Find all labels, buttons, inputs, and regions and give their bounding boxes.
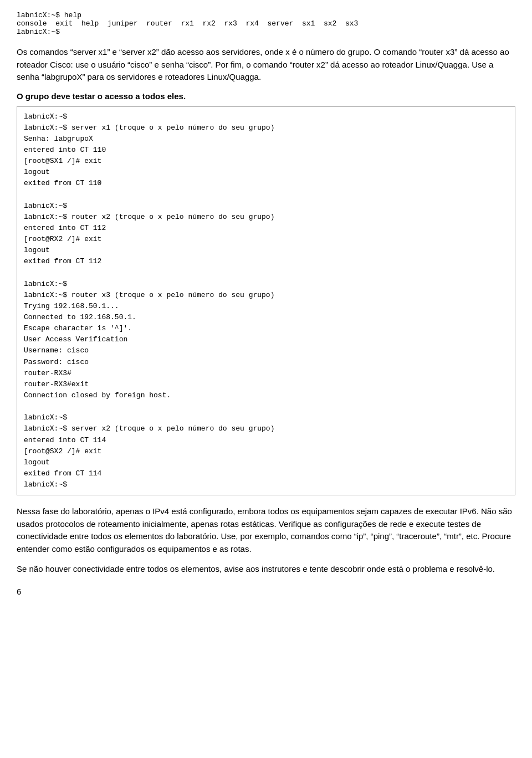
terminal-line-29: entered into CT 114: [24, 435, 508, 446]
terminal-line-9: labnicX:~$ router x2 (troque o x pelo nú…: [24, 212, 508, 223]
top-terminal-block: labnicX:~$ help console exit help junipe…: [17, 11, 515, 36]
terminal-line-16: labnicX:~$ router x3 (troque o x pelo nú…: [24, 290, 508, 301]
terminal-line-1: labnicX:~$ server x1 (troque o x pelo nú…: [24, 122, 508, 134]
terminal-line-25: Connection closed by foreign host.: [24, 390, 508, 401]
paragraph-2: Nessa fase do laboratório, apenas o IPv4…: [17, 505, 515, 555]
section-heading-1: O grupo deve testar o acesso a todos ele…: [17, 91, 515, 101]
paragraph-1: Os comandos “server x1” e “server x2” dã…: [17, 46, 515, 84]
terminal-line-6: exited from CT 110: [24, 178, 508, 189]
terminal-line-21: Username: cisco: [24, 345, 508, 356]
terminal-line-30: [root@SX2 /]# exit: [24, 446, 508, 457]
terminal-line-31: logout: [24, 457, 508, 468]
paragraph-3: Se não houver conectividade entre todos …: [17, 563, 515, 576]
terminal-line-17: Trying 192.168.50.1...: [24, 301, 508, 312]
terminal-line-27: labnicX:~$: [24, 412, 508, 423]
terminal-line-28: labnicX:~$ server x2 (troque o x pelo nú…: [24, 423, 508, 434]
terminal-line-13: exited from CT 112: [24, 256, 508, 267]
page-number: 6: [17, 587, 515, 596]
main-terminal-block: labnicX:~$labnicX:~$ server x1 (troque o…: [17, 106, 515, 496]
terminal-line-7: [24, 189, 508, 200]
terminal-line-20: User Access Verification: [24, 334, 508, 345]
terminal-line-19: Escape character is '^]'.: [24, 323, 508, 334]
terminal-line-11: [root@RX2 /]# exit: [24, 234, 508, 245]
terminal-line-26: [24, 401, 508, 412]
top-terminal-line-2: console exit help juniper router rx1 rx2…: [17, 19, 515, 28]
terminal-line-8: labnicX:~$: [24, 201, 508, 212]
terminal-line-14: [24, 267, 508, 278]
terminal-line-32: exited from CT 114: [24, 468, 508, 479]
terminal-line-0: labnicX:~$: [24, 111, 508, 122]
terminal-line-18: Connected to 192.168.50.1.: [24, 312, 508, 323]
terminal-line-23: router-RX3#: [24, 368, 508, 379]
top-terminal-line-1: labnicX:~$ help: [17, 11, 515, 19]
terminal-line-12: logout: [24, 245, 508, 256]
terminal-line-22: Password: cisco: [24, 357, 508, 368]
terminal-line-2: Senha: labgrupoX: [24, 134, 508, 145]
terminal-line-10: entered into CT 112: [24, 223, 508, 234]
terminal-line-4: [root@SX1 /]# exit: [24, 156, 508, 167]
terminal-line-24: router-RX3#exit: [24, 379, 508, 390]
terminal-line-5: logout: [24, 167, 508, 178]
terminal-line-3: entered into CT 110: [24, 145, 508, 156]
terminal-line-33: labnicX:~$: [24, 479, 508, 490]
top-terminal-line-3: labnicX:~$: [17, 28, 515, 36]
terminal-line-15: labnicX:~$: [24, 279, 508, 290]
